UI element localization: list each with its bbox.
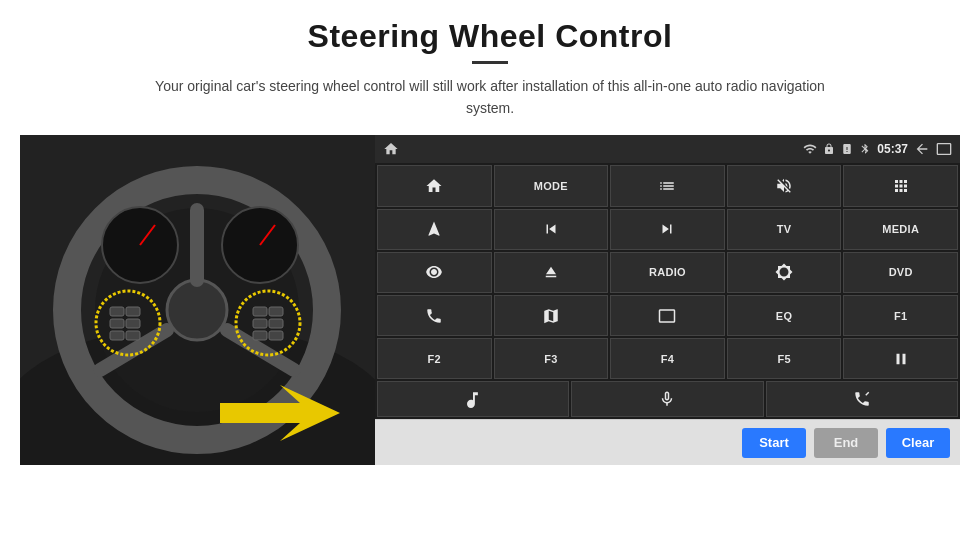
btn-mute[interactable] bbox=[727, 165, 842, 206]
svg-rect-14 bbox=[126, 331, 140, 340]
btn-mode[interactable]: MODE bbox=[494, 165, 609, 206]
svg-rect-17 bbox=[269, 307, 283, 316]
content-row: 05:37 MODE bbox=[20, 135, 960, 465]
svg-rect-18 bbox=[253, 319, 267, 328]
button-grid: MODE bbox=[375, 163, 960, 381]
start-button[interactable]: Start bbox=[742, 428, 806, 458]
btn-media[interactable]: MEDIA bbox=[843, 209, 958, 250]
control-panel: 05:37 MODE bbox=[375, 135, 960, 465]
svg-rect-16 bbox=[253, 307, 267, 316]
status-bar-left bbox=[383, 141, 399, 157]
btn-f5[interactable]: F5 bbox=[727, 338, 842, 379]
lock-icon bbox=[823, 143, 835, 155]
status-time: 05:37 bbox=[877, 142, 908, 156]
svg-rect-10 bbox=[126, 307, 140, 316]
btn-call[interactable] bbox=[766, 381, 958, 417]
btn-list[interactable] bbox=[610, 165, 725, 206]
wifi-icon bbox=[803, 142, 817, 156]
clear-button[interactable]: Clear bbox=[886, 428, 950, 458]
page-subtitle: Your original car's steering wheel contr… bbox=[140, 76, 840, 119]
end-button[interactable]: End bbox=[814, 428, 878, 458]
svg-rect-12 bbox=[126, 319, 140, 328]
back-icon bbox=[914, 141, 930, 157]
btn-f1[interactable]: F1 bbox=[843, 295, 958, 336]
btn-map[interactable] bbox=[494, 295, 609, 336]
page-container: Steering Wheel Control Your original car… bbox=[0, 0, 980, 544]
btn-phone[interactable] bbox=[377, 295, 492, 336]
screen-icon bbox=[936, 141, 952, 157]
title-divider bbox=[472, 61, 508, 64]
btn-nav[interactable] bbox=[377, 209, 492, 250]
status-bar-right: 05:37 bbox=[803, 141, 952, 157]
svg-rect-11 bbox=[110, 319, 124, 328]
btn-next[interactable] bbox=[610, 209, 725, 250]
svg-rect-13 bbox=[110, 331, 124, 340]
home-status-icon bbox=[383, 141, 399, 157]
btn-playpause[interactable] bbox=[843, 338, 958, 379]
btn-prev[interactable] bbox=[494, 209, 609, 250]
btn-f4[interactable]: F4 bbox=[610, 338, 725, 379]
btn-mic[interactable] bbox=[571, 381, 763, 417]
last-row bbox=[375, 381, 960, 419]
btn-apps[interactable] bbox=[843, 165, 958, 206]
btn-360[interactable] bbox=[377, 252, 492, 293]
btn-dvd[interactable]: DVD bbox=[843, 252, 958, 293]
steering-wheel-image bbox=[20, 135, 375, 465]
svg-rect-19 bbox=[269, 319, 283, 328]
btn-f3[interactable]: F3 bbox=[494, 338, 609, 379]
btn-tv[interactable]: TV bbox=[727, 209, 842, 250]
bluetooth-icon bbox=[859, 143, 871, 155]
svg-point-4 bbox=[167, 280, 227, 340]
btn-home[interactable] bbox=[377, 165, 492, 206]
btn-display[interactable] bbox=[610, 295, 725, 336]
bottom-bar: Start End Clear bbox=[375, 419, 960, 465]
btn-music[interactable] bbox=[377, 381, 569, 417]
btn-brightness[interactable] bbox=[727, 252, 842, 293]
sim-icon bbox=[841, 143, 853, 155]
btn-radio[interactable]: RADIO bbox=[610, 252, 725, 293]
svg-rect-21 bbox=[269, 331, 283, 340]
btn-eq[interactable]: EQ bbox=[727, 295, 842, 336]
btn-f2[interactable]: F2 bbox=[377, 338, 492, 379]
btn-eject[interactable] bbox=[494, 252, 609, 293]
page-title: Steering Wheel Control bbox=[308, 18, 673, 55]
svg-rect-20 bbox=[253, 331, 267, 340]
status-bar: 05:37 bbox=[375, 135, 960, 163]
svg-line-27 bbox=[866, 393, 869, 396]
svg-rect-9 bbox=[110, 307, 124, 316]
